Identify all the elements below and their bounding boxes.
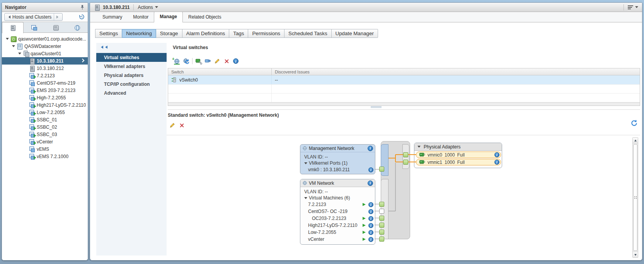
- uplink-port-connector[interactable]: [403, 152, 408, 157]
- info-icon[interactable]: i: [368, 202, 373, 207]
- expander-icon[interactable]: [23, 132, 29, 137]
- vmkernel-ports-group-row[interactable]: VMkernel Ports (1): [300, 160, 375, 166]
- vm-port-connector[interactable]: [379, 209, 384, 214]
- expander-icon[interactable]: [23, 139, 29, 144]
- tree-item[interactable]: High217-LyDS-7.2.2110: [2, 101, 88, 109]
- vm-port-connector[interactable]: [379, 223, 384, 228]
- vm-row[interactable]: High217-LyDS-7.2.2110 i: [300, 222, 375, 229]
- table-horizontal-scroll-strip[interactable]: [168, 102, 640, 106]
- virtual-machines-group-row[interactable]: Virtual Machines (6): [300, 195, 375, 201]
- migrate-vmkernel-adapter-button[interactable]: [203, 57, 213, 65]
- scrollbar-thumb[interactable]: [633, 144, 637, 251]
- navigator-tab[interactable]: [24, 22, 45, 32]
- tree-item[interactable]: qaswCluster01: [2, 50, 88, 57]
- vm-row[interactable]: Low-7.2.2055 i: [300, 229, 375, 236]
- vmkernel-port-row[interactable]: vmk0 : 10.3.180.211 i: [300, 166, 375, 173]
- vm-row[interactable]: CentOS7- OC -219 i: [300, 208, 375, 215]
- physical-adapter-row[interactable]: vmnic0 1000 Full i: [416, 152, 501, 158]
- vm-row[interactable]: vCenter i: [300, 236, 375, 243]
- navigator-tab[interactable]: [2, 22, 24, 33]
- expander-icon[interactable]: [23, 80, 29, 85]
- expander-icon[interactable]: [23, 117, 29, 122]
- forward-button[interactable]: [54, 14, 62, 20]
- tree-item[interactable]: Low-7.2.2055: [2, 109, 88, 116]
- manage-subtab[interactable]: Permissions: [248, 29, 285, 38]
- tree-item[interactable]: EMS 203-7.2.2123: [2, 87, 88, 94]
- expander-icon[interactable]: [23, 58, 29, 63]
- navigator-tab[interactable]: [66, 22, 88, 32]
- vm-row[interactable]: OC203-7.2.2123 i: [300, 215, 375, 222]
- expander-icon[interactable]: [23, 88, 29, 93]
- expander-icon[interactable]: [17, 51, 23, 56]
- info-icon[interactable]: i: [494, 152, 499, 157]
- object-tab[interactable]: Related Objects: [183, 12, 227, 22]
- manage-subtab[interactable]: Scheduled Tasks: [284, 29, 332, 38]
- diagram-vertical-scrollbar[interactable]: [632, 137, 638, 258]
- expander-icon[interactable]: [23, 154, 29, 159]
- toc-item[interactable]: Advanced: [96, 89, 167, 97]
- info-icon[interactable]: i: [368, 237, 373, 242]
- scroll-down-button[interactable]: [633, 252, 638, 257]
- info-icon[interactable]: i: [368, 223, 373, 228]
- panel-splitter-handle[interactable]: [369, 106, 383, 108]
- pin-icon[interactable]: [80, 5, 85, 10]
- manage-subtab[interactable]: Alarm Definitions: [182, 29, 230, 38]
- edit-standard-switch-button[interactable]: [168, 121, 177, 129]
- remove-standard-switch-button[interactable]: [177, 121, 186, 129]
- vm-port-connector[interactable]: [379, 216, 384, 221]
- tree-item[interactable]: QASWDatacenter: [2, 43, 88, 50]
- object-tab[interactable]: Summary: [97, 12, 128, 22]
- expander-icon[interactable]: [4, 36, 10, 41]
- toc-item[interactable]: VMkernel adapters: [96, 62, 167, 71]
- info-icon[interactable]: i: [494, 160, 499, 165]
- uplink-port-connector[interactable]: [403, 160, 408, 165]
- physical-adapter-row[interactable]: vmnic1 1000 Full i: [416, 159, 501, 165]
- manage-physical-adapters-button[interactable]: [194, 57, 203, 65]
- tree-item[interactable]: High-7.2.2055: [2, 94, 88, 101]
- expander-icon[interactable]: [10, 44, 17, 49]
- tree-item[interactable]: 7.2.2123: [2, 72, 88, 79]
- physical-adapters-header[interactable]: Physical Adapters: [414, 143, 502, 151]
- expander-icon[interactable]: [23, 110, 29, 115]
- scroll-up-button[interactable]: [633, 138, 638, 143]
- expander-icon[interactable]: [23, 146, 29, 152]
- tree-item[interactable]: vEMS 7.2.1000: [2, 153, 88, 160]
- info-button[interactable]: i: [231, 57, 240, 65]
- tree-item[interactable]: SSBC_01: [2, 116, 88, 123]
- manage-subtab[interactable]: Networking: [122, 29, 156, 38]
- actions-menu-button[interactable]: Actions: [134, 5, 162, 10]
- add-host-networking-button[interactable]: +: [172, 57, 181, 65]
- column-header-switch[interactable]: Switch: [168, 68, 271, 75]
- refresh-diagram-button[interactable]: [630, 119, 638, 127]
- expander-icon[interactable]: [23, 124, 29, 129]
- selected-item-chevron-icon[interactable]: [81, 59, 85, 63]
- navigator-tab[interactable]: [45, 22, 66, 32]
- collapse-toc-button[interactable]: [99, 46, 108, 49]
- vm-row[interactable]: 7.2.2123 i: [300, 201, 375, 208]
- expander-icon[interactable]: [23, 66, 29, 71]
- table-row[interactable]: vSwitch0 --: [168, 75, 640, 85]
- manage-subtab[interactable]: Tags: [229, 29, 248, 38]
- info-icon[interactable]: i: [368, 181, 373, 186]
- vm-port-connector[interactable]: [379, 230, 384, 235]
- info-icon[interactable]: i: [368, 209, 373, 214]
- object-tab[interactable]: Manage: [154, 12, 183, 22]
- expander-icon[interactable]: [23, 73, 29, 78]
- toc-item[interactable]: TCP/IP configuration: [96, 80, 167, 89]
- expander-icon[interactable]: [23, 95, 29, 100]
- info-icon[interactable]: i: [368, 216, 373, 221]
- tree-item[interactable]: qaswvcenter01.corp.audiocode...: [2, 35, 88, 43]
- refresh-host-networking-button[interactable]: [181, 57, 191, 65]
- column-header-discovered-issues[interactable]: Discovered Issues: [271, 68, 640, 75]
- tree-item[interactable]: vEMS: [2, 145, 88, 153]
- toc-item[interactable]: Virtual switches: [96, 53, 167, 62]
- tree-item[interactable]: CentOS7-ems-219: [2, 79, 88, 87]
- info-icon[interactable]: i: [368, 167, 373, 172]
- tree-item[interactable]: SSBC_03: [2, 131, 88, 138]
- tree-item[interactable]: 10.3.180.211: [2, 57, 88, 65]
- manage-subtab[interactable]: Update Manager: [331, 29, 378, 38]
- tree-item[interactable]: SSBC_02: [2, 123, 88, 131]
- info-icon[interactable]: i: [368, 146, 373, 151]
- history-button[interactable]: [78, 13, 85, 21]
- manage-subtab[interactable]: Storage: [156, 29, 182, 38]
